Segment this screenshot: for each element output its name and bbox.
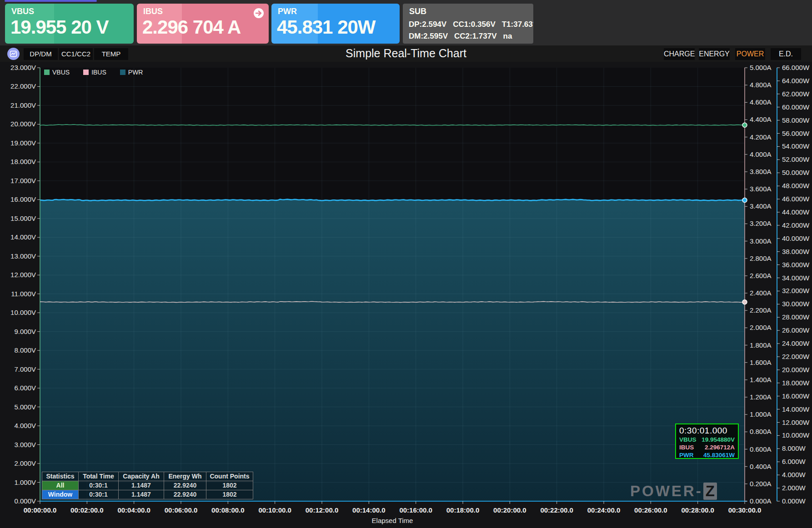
tab-temp[interactable]: TEMP [94,48,128,60]
sub-dm: DM:2.595V [409,32,448,41]
axis-tick-label: 18.000V [10,158,36,165]
statistics-table: Statistics Total Time Capacity Ah Energy… [42,472,253,499]
circle-arrow-right-icon[interactable] [253,8,264,19]
axis-tick-label: 13.000V [10,252,36,260]
axis-tick-label: 4.400A [750,115,772,123]
pwr-panel[interactable]: PWR 45.831 20W [271,4,400,44]
axis-tick-label: 6.000W [782,458,806,465]
window-accent-bar [5,0,97,2]
time-tick-label: 00:24:00.0 [587,506,621,514]
vbus-value: 19.955 20 V [10,16,109,38]
time-tick-label: 00:00:00.0 [24,506,57,514]
pwr-value: 45.831 20W [277,16,376,38]
axis-tick-label: 2.800A [750,254,772,262]
axis-tick-label: 3.400A [750,202,772,210]
cursor-pwr-label: PWR [679,451,694,459]
axis-tick-label: 2.000V [14,459,36,467]
axis-tick-label: 14.000V [10,233,36,241]
axis-tick-label: 16.000V [10,195,36,203]
chart-mode-button[interactable] [7,48,20,60]
axis-tick-label: 52.000W [782,155,810,163]
vbus-panel[interactable]: VBUS 19.955 20 V [5,4,134,44]
axis-tick-label: 0.200A [750,480,772,488]
axis-tick-label: 66.000W [782,64,810,71]
time-tick-label: 00:26:00.0 [634,506,667,514]
time-tick-label: 00:02:00.0 [70,506,104,514]
axis-tick-label: 4.800A [750,81,772,89]
axis-tick-label: 2.200A [750,306,772,314]
sub-panel[interactable]: SUB DP:2.594V CC1:0.356V T1:37.63°C DM:2… [403,4,533,44]
axis-tick-label: 16.000W [782,392,810,400]
axis-tick-label: 64.000W [782,77,810,85]
ibus-value: 2.296 704 A [142,16,241,38]
stats-header: Capacity Ah [119,472,164,481]
axis-tick-label: 17.000V [10,177,36,184]
sub-t2: na [503,32,512,41]
stats-header: Total Time [79,472,119,481]
time-tick-label: 00:20:00.0 [493,506,526,514]
axis-tick-label: 36.000W [782,261,810,269]
axis-tick-label: 23.000V [10,64,36,71]
cursor-vbus-row: VBUS 19.954880V [679,436,735,443]
axis-tick-label: 32.000W [782,287,810,294]
axis-tick-label: 21.000V [10,101,36,109]
axis-tick-label: 1.800A [750,341,772,349]
axis-tick-label: 4.000V [14,422,36,429]
stats-header: Count Points [206,472,253,481]
axis-tick-label: 4.000W [782,471,806,478]
sub-row-1: DP:2.594V CC1:0.356V T1:37.63°C [409,20,533,29]
axis-tick-label: 2.600A [750,272,772,279]
tab-cc1cc2[interactable]: CC1/CC2 [59,48,93,60]
cursor-ibus-row: IBUS 2.296712A [679,443,735,451]
axis-tick-label: 1.000A [750,410,772,418]
cursor-vbus-value: 19.954880V [702,436,735,443]
x-axis-title: Elapsed Time [372,517,413,524]
legend-item-pwr[interactable]: PWR [120,69,143,76]
axis-tick-label: 7.000V [14,365,36,373]
axis-tick-label: 34.000W [782,274,810,282]
axis-tick-label: 28.000W [782,313,810,321]
series-marker-pwr [742,198,747,203]
axis-tick-label: 2.000W [782,484,806,492]
tab-ed[interactable]: E.D. [771,48,801,60]
axis-tick-label: 2.400A [750,289,772,297]
axis-tick-label: 8.000W [782,444,806,452]
stats-header: Statistics [42,472,79,481]
ibus-panel[interactable]: IBUS 2.296 704 A [137,4,269,44]
axis-tick-label: 60.000W [782,103,810,111]
legend-item-vbus[interactable]: VBUS [44,69,70,76]
tab-power[interactable]: POWER [735,48,765,60]
axis-tick-label: 38.000W [782,248,810,255]
cursor-time: 0:30:01.000 [679,426,735,436]
axis-tick-label: 22.000V [10,82,36,90]
top-readout-strip: VBUS 19.955 20 V IBUS 2.296 704 A PWR 45… [0,0,812,45]
stats-cell: 1.1487 [119,490,164,499]
power-z-app: VBUS 19.955 20 V IBUS 2.296 704 A PWR 45… [0,0,812,528]
axis-tick-label: 20.000V [10,120,36,128]
sub-dp: DP:2.594V [409,20,446,29]
time-tick-label: 00:10:00.0 [258,506,291,514]
axis-tick-label: 1.600A [750,359,772,366]
tab-energy[interactable]: ENERGY [699,48,730,60]
axis-tick-label: 24.000W [782,339,810,347]
legend-swatch [120,70,125,75]
axis-tick-label: 3.000A [750,237,772,245]
tab-dpdm[interactable]: DP/DM [24,48,58,60]
time-tick-label: 00:30:00.0 [728,506,762,514]
stats-window-toggle[interactable]: Window [42,490,79,499]
stats-cell: 1.1487 [119,481,164,490]
axis-tick-label: 42.000W [782,221,810,229]
axis-tick-label: 50.000W [782,169,810,176]
stats-cell: 1802 [206,481,253,490]
axis-tick-label: 12.000V [10,271,36,279]
legend-swatch [83,70,89,75]
legend-item-ibus[interactable]: IBUS [83,69,106,76]
tab-charge[interactable]: CHARGE [664,48,695,60]
time-tick-label: 00:06:00.0 [165,506,198,514]
axis-tick-label: 3.000V [14,441,36,448]
axis-tick-label: 6.000V [14,384,36,392]
stats-header: Energy Wh [164,472,206,481]
axis-tick-label: 5.000V [14,403,36,411]
stats-cell: 1802 [206,490,253,499]
stats-all-toggle[interactable]: All [42,481,79,490]
